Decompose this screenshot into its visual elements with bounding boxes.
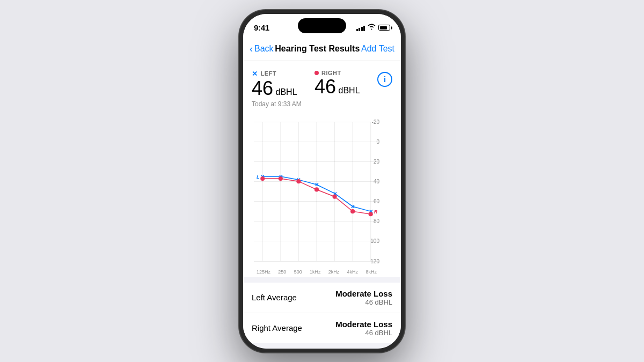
status-time: 9:41: [254, 23, 269, 32]
right-average-right: Moderate Loss 46 dBHL: [335, 320, 392, 337]
back-label: Back: [254, 44, 274, 54]
right-ear-result: RIGHT 46 dBHL: [314, 70, 377, 97]
audiogram-svg: ✕ ✕ ✕ ✕ ✕ ✕ ✕: [254, 122, 379, 261]
chart-area: -20 0 20 40 60 80 100 120: [254, 122, 396, 277]
wifi-icon: [368, 24, 376, 32]
right-value: 46 dBHL: [335, 329, 392, 337]
x-label-2k: 2kHz: [328, 269, 340, 275]
x-axis-labels: 125Hz 250 500 1kHz 2kHz 4kHz 8kHz: [254, 269, 379, 275]
right-point-2k: [333, 194, 337, 198]
x-label-500: 500: [294, 269, 302, 275]
info-button[interactable]: i: [377, 72, 392, 87]
left-ear-value: 46: [252, 77, 273, 99]
x-label-8k: 8kHz: [365, 269, 377, 275]
x-label-1k: 1kHz: [310, 269, 321, 275]
battery-icon: [378, 25, 390, 31]
left-average-label: Left Average: [252, 293, 297, 302]
nav-bar: ‹ Back Hearing Test Results Add Test: [243, 38, 401, 61]
audiogram-card: -20 0 20 40 60 80 100 120: [243, 116, 401, 277]
left-value: 46 dBHL: [335, 298, 392, 306]
chevron-left-icon: ‹: [250, 43, 253, 55]
right-point-125: [260, 176, 265, 181]
right-point-250: [279, 176, 283, 181]
dynamic-island: [298, 18, 346, 33]
x-label-250: 250: [278, 269, 286, 275]
left-ear-label: LEFT: [261, 70, 277, 77]
phone-screen: 9:41: [243, 14, 401, 349]
x-label-125: 125Hz: [257, 269, 270, 275]
hearing-summary-card: ✕ LEFT 46 dBHL RIGHT: [243, 61, 401, 116]
right-ear-chart-label: R: [374, 209, 378, 215]
left-average-right: Moderate Loss 46 dBHL: [335, 289, 392, 306]
right-point-8k: [369, 212, 373, 216]
phone-frame: 9:41: [239, 10, 405, 353]
page-title: Hearing Test Results: [275, 44, 360, 54]
signal-icon: [356, 25, 365, 31]
result-rows: Left Average Moderate Loss 46 dBHL Right…: [243, 283, 401, 343]
x-label-4k: 4kHz: [347, 269, 358, 275]
back-button[interactable]: ‹ Back: [250, 43, 274, 55]
right-marker-icon: [314, 71, 319, 75]
right-point-4k: [350, 209, 355, 213]
left-classification: Moderate Loss: [335, 289, 392, 298]
status-bar: 9:41: [243, 14, 401, 38]
main-content: ✕ LEFT 46 dBHL RIGHT: [243, 61, 401, 349]
right-ear-value: 46: [314, 76, 336, 98]
test-timestamp: Today at 9:33 AM: [252, 100, 392, 108]
right-point-1k: [314, 187, 319, 191]
right-classification: Moderate Loss: [335, 320, 392, 329]
right-point-500: [296, 179, 301, 183]
right-average-label: Right Average: [252, 323, 302, 333]
add-test-button[interactable]: Add Test: [361, 44, 394, 54]
left-marker-icon: ✕: [252, 70, 258, 78]
status-icons: [356, 24, 391, 32]
left-ear-result: ✕ LEFT 46 dBHL: [252, 70, 314, 98]
left-ear-unit: dBHL: [276, 87, 297, 97]
right-average-row: Right Average Moderate Loss 46 dBHL: [243, 313, 401, 343]
left-point-4k: ✕: [350, 204, 355, 210]
left-ear-chart-label: L: [257, 174, 260, 180]
right-ear-unit: dBHL: [339, 86, 360, 95]
left-average-row: Left Average Moderate Loss 46 dBHL: [243, 283, 401, 313]
left-point-1k: ✕: [314, 182, 319, 188]
